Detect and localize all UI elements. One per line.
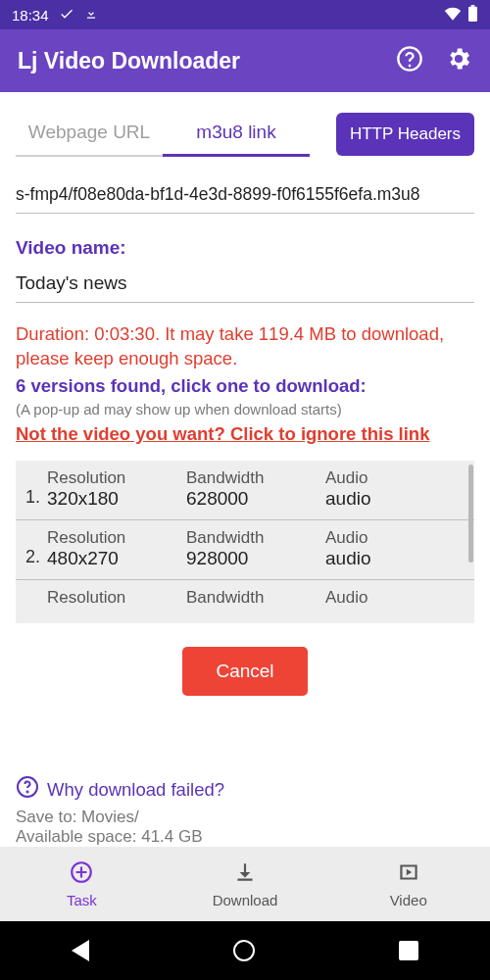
back-button[interactable] — [72, 940, 89, 961]
versions-message: 6 versions found, click one to download: — [16, 375, 474, 397]
video-name-input[interactable] — [16, 269, 474, 303]
cancel-button[interactable]: Cancel — [182, 647, 307, 696]
battery-icon — [467, 5, 478, 25]
save-to-label: Save to: Movies/ — [16, 808, 474, 827]
scrollbar-indicator — [468, 465, 473, 563]
download-status-icon — [84, 7, 98, 24]
svg-rect-1 — [471, 5, 475, 7]
url-input[interactable] — [16, 178, 474, 214]
help-icon[interactable] — [396, 45, 423, 76]
available-space-label: Available space: 41.4 GB — [16, 827, 474, 847]
why-label: Why download failed? — [47, 779, 224, 801]
svg-rect-0 — [468, 6, 477, 21]
video-name-label: Video name: — [16, 237, 474, 259]
wifi-icon — [444, 5, 462, 25]
tab-webpage-url[interactable]: Webpage URL — [16, 112, 163, 157]
list-item[interactable]: 1. Resolution320x180 Bandwidth628000 Aud… — [16, 461, 474, 520]
settings-icon[interactable] — [445, 45, 472, 76]
tab-row: Webpage URL m3u8 link HTTP Headers — [16, 112, 474, 157]
nav-download[interactable]: Download — [164, 847, 327, 921]
nav-label: Video — [390, 892, 427, 908]
nav-video[interactable]: Video — [326, 847, 490, 921]
popup-note: (A pop-up ad may show up when download s… — [16, 401, 474, 417]
bottom-nav: Task Download Video — [0, 847, 490, 921]
status-time: 18:34 — [12, 7, 49, 24]
footer-info: Why download failed? Save to: Movies/ Av… — [0, 775, 490, 847]
app-bar: Lj Video Downloader — [0, 29, 490, 92]
plus-circle-icon — [69, 859, 94, 888]
http-headers-button[interactable]: HTTP Headers — [336, 113, 474, 156]
why-download-failed-link[interactable]: Why download failed? — [16, 775, 474, 804]
app-title: Lj Video Downloader — [18, 48, 240, 74]
status-bar: 18:34 — [0, 0, 490, 29]
versions-list[interactable]: 1. Resolution320x180 Bandwidth628000 Aud… — [16, 461, 474, 623]
home-button[interactable] — [233, 940, 255, 961]
system-nav-bar — [0, 921, 490, 980]
duration-message: Duration: 0:03:30. It may take 119.4 MB … — [16, 322, 474, 371]
svg-point-3 — [26, 791, 28, 793]
list-item[interactable]: 2. Resolution480x270 Bandwidth928000 Aud… — [16, 520, 474, 580]
tab-m3u8-link[interactable]: m3u8 link — [163, 112, 310, 157]
nav-label: Download — [213, 892, 278, 908]
download-icon — [232, 859, 258, 888]
ignore-link[interactable]: Not the video you want? Click to ignore … — [16, 423, 429, 445]
recents-button[interactable] — [399, 941, 418, 960]
help-circle-icon — [16, 775, 39, 804]
nav-label: Task — [67, 892, 97, 908]
nav-task[interactable]: Task — [0, 847, 164, 921]
video-icon — [396, 859, 421, 888]
list-item[interactable]: Resolution Bandwidth Audio — [16, 580, 474, 617]
check-icon — [59, 6, 74, 24]
